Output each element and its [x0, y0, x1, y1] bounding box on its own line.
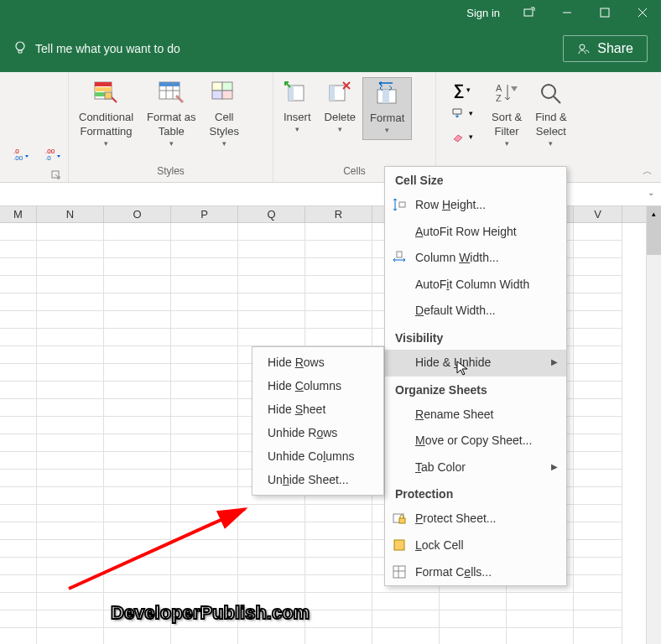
column-header[interactable]: N	[37, 206, 104, 222]
cell[interactable]	[171, 452, 238, 470]
cell[interactable]	[305, 329, 372, 346]
share-button[interactable]: Share	[563, 35, 648, 62]
cell[interactable]	[171, 382, 238, 399]
cell[interactable]	[0, 223, 37, 241]
menu-tab-color[interactable]: Tab Color▶	[385, 454, 566, 481]
cell[interactable]	[372, 628, 440, 644]
cell[interactable]	[238, 505, 305, 522]
cell[interactable]	[238, 311, 305, 329]
cell[interactable]	[574, 470, 622, 487]
cell[interactable]	[37, 505, 104, 522]
cell[interactable]	[0, 364, 37, 382]
cell[interactable]	[440, 610, 507, 628]
cell[interactable]	[104, 434, 171, 452]
submenu-hide-sheet[interactable]: Hide Sheet	[252, 397, 383, 421]
cell[interactable]	[104, 241, 171, 258]
cell[interactable]	[305, 276, 372, 293]
cell[interactable]	[104, 311, 171, 329]
cell[interactable]	[238, 293, 305, 311]
cell[interactable]	[574, 241, 622, 258]
cell[interactable]	[574, 452, 622, 470]
cell[interactable]	[507, 593, 574, 610]
cell[interactable]	[104, 258, 171, 276]
cell[interactable]	[305, 593, 372, 610]
cell[interactable]	[574, 311, 622, 329]
cell[interactable]	[37, 610, 104, 628]
cell[interactable]	[104, 329, 171, 346]
menu-autofit-column[interactable]: AutoFit Column Width	[385, 272, 566, 299]
menu-hide-unhide[interactable]: Hide & Unhide ▶	[385, 350, 566, 377]
column-header[interactable]: O	[104, 206, 171, 222]
cell[interactable]	[0, 628, 37, 644]
delete-cells-button[interactable]: Delete	[318, 77, 363, 138]
close-button[interactable]	[623, 0, 661, 25]
cell[interactable]	[372, 593, 440, 610]
cell[interactable]	[104, 399, 171, 417]
cell[interactable]	[305, 223, 372, 241]
tellme-search[interactable]: Tell me what you want to do	[13, 39, 180, 58]
cell[interactable]	[574, 628, 622, 644]
cell[interactable]	[574, 258, 622, 276]
cell[interactable]	[37, 399, 104, 417]
menu-autofit-row[interactable]: AutoFit Row Height	[385, 219, 566, 246]
cell[interactable]	[574, 505, 622, 522]
cell[interactable]	[0, 575, 37, 593]
minimize-button[interactable]	[548, 0, 586, 25]
sort-filter-button[interactable]: AZ Sort & Filter	[485, 77, 528, 152]
submenu-unhide-rows[interactable]: Unhide Rows	[252, 421, 383, 444]
cell[interactable]	[171, 241, 238, 258]
format-cells-button[interactable]: Format	[362, 77, 412, 140]
cell[interactable]	[238, 258, 305, 276]
cell[interactable]	[0, 434, 37, 452]
cell[interactable]	[104, 522, 171, 540]
submenu-hide-columns[interactable]: Hide Columns	[252, 374, 383, 397]
cell[interactable]	[372, 610, 440, 628]
menu-row-height[interactable]: Row Height...	[385, 192, 566, 219]
cell[interactable]	[574, 593, 622, 610]
menu-rename-sheet[interactable]: Rename Sheet	[385, 402, 566, 428]
cell[interactable]	[238, 522, 305, 540]
cell[interactable]	[171, 399, 238, 417]
cell[interactable]	[574, 293, 622, 311]
menu-protect-sheet[interactable]: Protect Sheet...	[385, 506, 566, 532]
row[interactable]	[0, 610, 661, 628]
cell[interactable]	[37, 276, 104, 293]
cell[interactable]	[574, 223, 622, 241]
cell[interactable]	[440, 628, 507, 644]
cell[interactable]	[37, 487, 104, 505]
cell[interactable]	[0, 593, 37, 610]
column-header[interactable]: V	[574, 206, 622, 222]
cell[interactable]	[171, 470, 238, 487]
cell[interactable]	[171, 276, 238, 293]
cell[interactable]	[0, 452, 37, 470]
column-header[interactable]: Q	[238, 206, 305, 222]
cell[interactable]	[305, 522, 372, 540]
cell[interactable]	[574, 540, 622, 558]
cell[interactable]	[37, 417, 104, 434]
cell[interactable]	[0, 417, 37, 434]
cell[interactable]	[574, 487, 622, 505]
cell[interactable]	[0, 470, 37, 487]
row[interactable]	[0, 593, 661, 610]
cell[interactable]	[171, 522, 238, 540]
cell[interactable]	[238, 223, 305, 241]
cell[interactable]	[574, 382, 622, 399]
cell[interactable]	[37, 522, 104, 540]
cell[interactable]	[238, 558, 305, 575]
cell[interactable]	[574, 399, 622, 417]
menu-default-width[interactable]: Default Width...	[385, 298, 566, 325]
cell[interactable]	[574, 364, 622, 382]
cell[interactable]	[0, 522, 37, 540]
cell[interactable]	[0, 610, 37, 628]
cell[interactable]	[37, 575, 104, 593]
cell[interactable]	[37, 382, 104, 399]
find-select-button[interactable]: Find & Select	[528, 77, 574, 152]
cell[interactable]	[104, 470, 171, 487]
cell-styles-button[interactable]: Cell Styles	[203, 77, 246, 152]
cell[interactable]	[171, 505, 238, 522]
cell[interactable]	[37, 628, 104, 644]
cell[interactable]	[37, 223, 104, 241]
cell[interactable]	[171, 434, 238, 452]
menu-move-copy[interactable]: Move or Copy Sheet...	[385, 428, 566, 454]
cell[interactable]	[37, 558, 104, 575]
